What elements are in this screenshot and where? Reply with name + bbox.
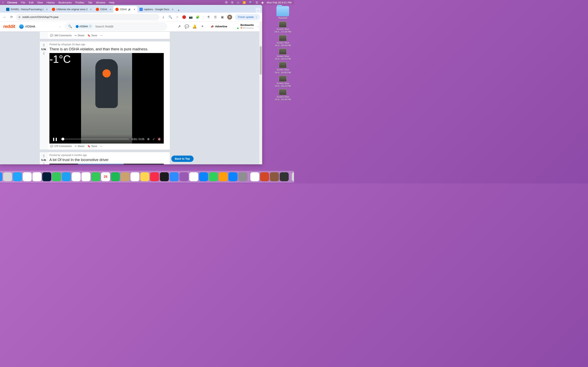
dock-app-calendar[interactable]: 26 bbox=[101, 172, 110, 181]
advertise-button[interactable]: 📣 Advertise bbox=[208, 24, 230, 29]
notifications-icon[interactable]: 🔔 bbox=[192, 24, 197, 29]
dock-app-notes[interactable] bbox=[140, 172, 149, 181]
menu-profiles[interactable]: Profiles bbox=[75, 1, 84, 4]
dock-app-photos[interactable] bbox=[81, 172, 90, 181]
reload-button[interactable]: ⟳ bbox=[9, 15, 14, 20]
dock-app-powerpoint[interactable] bbox=[260, 172, 269, 181]
post-author[interactable]: u/jonasali bbox=[61, 154, 71, 157]
dock-app-photobooth[interactable] bbox=[280, 172, 289, 181]
menu-help[interactable]: Help bbox=[109, 1, 114, 4]
browser-tab-trello[interactable]: DANIEL: History/Fascinating c × bbox=[4, 6, 50, 13]
menu-file[interactable]: File bbox=[21, 1, 25, 4]
site-settings-icon[interactable]: ⚙ bbox=[18, 16, 21, 18]
dock-app-zoom[interactable] bbox=[170, 172, 179, 181]
dock-app-launchpad[interactable] bbox=[3, 172, 12, 181]
audio-icon[interactable]: 🔊 bbox=[128, 8, 131, 11]
more-actions-button[interactable]: ⋯ bbox=[100, 34, 103, 37]
settings-gear-icon[interactable]: ⚙ bbox=[147, 138, 150, 141]
profile-avatar[interactable]: D bbox=[227, 15, 232, 20]
finish-update-button[interactable]: Finish update ⋮ bbox=[235, 14, 260, 20]
close-icon[interactable]: × bbox=[90, 8, 92, 11]
downvote-button[interactable]: ⇩ bbox=[42, 52, 45, 55]
app-name[interactable]: Chrome bbox=[7, 1, 17, 4]
dock-app-dictionary[interactable] bbox=[270, 172, 279, 181]
post-card-prev[interactable]: 💬 384 Comments ↪ Share 🔖 Save ⋯ bbox=[39, 31, 170, 39]
dock-app-reminders[interactable] bbox=[130, 172, 139, 181]
search-input[interactable] bbox=[95, 25, 164, 28]
sidepanel-icon[interactable]: ▣ bbox=[220, 15, 224, 19]
close-icon[interactable]: × bbox=[172, 8, 173, 11]
install-icon[interactable]: ⤓ bbox=[162, 15, 165, 19]
more-actions-button[interactable]: ⋯ bbox=[100, 145, 103, 148]
control-center-icon[interactable]: ☰ bbox=[256, 1, 258, 4]
apple-menu-icon[interactable]:  bbox=[2, 1, 3, 4]
progress-thumb[interactable] bbox=[61, 138, 64, 141]
chat-icon[interactable]: 💬 bbox=[185, 24, 189, 29]
upvote-button[interactable]: ⇧ bbox=[42, 154, 45, 158]
desktop-folder[interactable]: Baseball bbox=[277, 6, 289, 19]
dock-app-keynote[interactable] bbox=[199, 172, 208, 181]
browser-tab-docs[interactable]: captions - Google Docs × bbox=[138, 6, 176, 13]
dock-app-facetime[interactable] bbox=[91, 172, 100, 181]
desktop-screenshot[interactable]: Screen Shot24-0...58.44 PM bbox=[275, 35, 291, 47]
create-post-icon[interactable]: + bbox=[200, 24, 205, 29]
siri-icon[interactable]: ◉ bbox=[261, 1, 264, 4]
community-dropdown[interactable]: r/OSHA ⌄ bbox=[17, 24, 62, 30]
post-title[interactable]: A lot Of trust In the locomotive driver bbox=[49, 158, 168, 162]
browser-tab-memes[interactable]: /r/Memes the original since 2 × bbox=[50, 6, 94, 13]
dock-app-slack[interactable] bbox=[33, 172, 42, 181]
reddit-search-bar[interactable]: 🔍 r/OSHA ⓧ bbox=[65, 23, 167, 30]
dock-app-news[interactable] bbox=[189, 172, 198, 181]
menu-view[interactable]: View bbox=[37, 1, 43, 4]
dock-app-settings[interactable] bbox=[238, 172, 247, 181]
menu-edit[interactable]: Edit bbox=[29, 1, 34, 4]
downvote-button[interactable]: ⇩ bbox=[42, 162, 45, 164]
labs-icon[interactable]: ⚗ bbox=[207, 15, 210, 19]
menu-window[interactable]: Window bbox=[96, 1, 105, 4]
back-to-top-button[interactable]: Back to Top bbox=[171, 156, 194, 162]
new-tab-button[interactable]: + bbox=[176, 8, 182, 13]
dock-app-trash[interactable] bbox=[292, 172, 294, 181]
spotlight-icon[interactable]: 🔍 bbox=[249, 1, 252, 4]
dock-app-photoshop[interactable] bbox=[42, 172, 51, 181]
desktop-screenshot[interactable]: Screen Shot24-0...58.54 PM bbox=[275, 49, 291, 60]
mute-icon[interactable]: 🔇 bbox=[158, 138, 161, 141]
desktop-screenshot[interactable]: Screen Shot24-0....57.54 PM bbox=[274, 21, 291, 33]
dock-app-spotify[interactable] bbox=[111, 172, 120, 181]
share-button[interactable]: ↪ Share bbox=[75, 145, 84, 148]
comments-button[interactable]: 💬 384 Comments bbox=[50, 34, 72, 37]
video-progress-bar[interactable] bbox=[61, 139, 129, 140]
scrollbar-thumb[interactable] bbox=[260, 46, 262, 75]
dock-app-music[interactable] bbox=[150, 172, 159, 181]
close-icon[interactable]: × bbox=[134, 8, 135, 11]
address-bar[interactable]: ⚙ reddit.com/r/OSHA/top/?t=year bbox=[16, 14, 159, 20]
upvote-button[interactable]: ⇧ bbox=[42, 43, 45, 47]
bookmark-star-icon[interactable]: ☆ bbox=[175, 15, 180, 19]
dock-app-screenshot[interactable] bbox=[250, 172, 259, 181]
desktop-screenshot[interactable]: Screen Shot24-0...59.06 PM bbox=[275, 62, 291, 74]
popular-icon[interactable]: ↗ bbox=[177, 24, 181, 29]
dock-app-appstore[interactable] bbox=[228, 172, 237, 181]
zoom-icon[interactable]: 🔍 bbox=[168, 15, 173, 19]
chip-clear-icon[interactable]: ⓧ bbox=[89, 25, 91, 28]
reading-list-icon[interactable]: ☰ bbox=[213, 15, 217, 19]
post-card[interactable]: ⇧ 5.5k ⇩ Posted by u/hopopo 24 days ago … bbox=[39, 41, 170, 150]
browser-tab-osha-active[interactable]: OSHA 🔊 × bbox=[113, 6, 137, 13]
pause-button[interactable]: ❚❚ bbox=[52, 137, 58, 141]
adblock-extension-icon[interactable] bbox=[182, 15, 186, 19]
scrollbar[interactable] bbox=[259, 22, 262, 164]
dock-app-maps[interactable] bbox=[72, 172, 81, 181]
browser-tab-osha1[interactable]: OSHA × bbox=[94, 6, 113, 13]
desktop-screenshot[interactable]: Screen Shot24-0...59.39 PM bbox=[275, 89, 291, 101]
forward-button[interactable]: → bbox=[2, 15, 7, 20]
dock-app-messages[interactable] bbox=[52, 172, 61, 181]
close-icon[interactable]: × bbox=[110, 8, 111, 11]
save-button[interactable]: 🔖 Save bbox=[87, 145, 97, 148]
close-icon[interactable]: × bbox=[46, 8, 48, 11]
dock-app-mail[interactable] bbox=[62, 172, 71, 181]
battery-icon[interactable]: ▭ bbox=[237, 1, 239, 4]
dock-app-numbers[interactable] bbox=[209, 172, 218, 181]
extensions-icon[interactable]: 🧩 bbox=[196, 15, 200, 19]
screenrecord-icon[interactable]: ⦿ bbox=[231, 1, 233, 4]
save-button[interactable]: 🔖 Save bbox=[87, 34, 97, 37]
